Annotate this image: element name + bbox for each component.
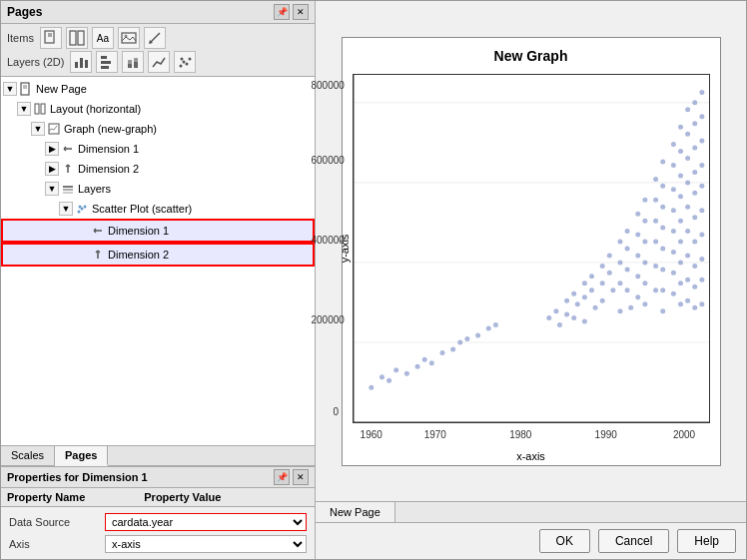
- svg-rect-24: [21, 83, 29, 95]
- svg-point-96: [617, 308, 622, 313]
- graph-container: New Graph y-axis 800000 600000 400000 20…: [342, 37, 721, 466]
- scatter-btn[interactable]: [174, 51, 196, 73]
- svg-point-170: [699, 256, 704, 261]
- svg-point-168: [699, 208, 704, 213]
- svg-rect-10: [80, 58, 83, 68]
- layers-label: Layers (2D): [7, 56, 64, 68]
- close-icon[interactable]: ✕: [293, 4, 309, 20]
- tab-scales[interactable]: Scales: [1, 446, 55, 465]
- svg-point-162: [692, 304, 697, 309]
- font-btn[interactable]: Aa: [92, 27, 114, 49]
- bar-chart-btn[interactable]: [70, 51, 92, 73]
- expand-new-page[interactable]: ▼: [3, 82, 17, 96]
- svg-point-120: [660, 183, 665, 188]
- svg-point-67: [450, 346, 455, 351]
- svg-point-155: [692, 145, 697, 150]
- line-chart-btn[interactable]: [148, 51, 170, 73]
- svg-point-112: [642, 301, 647, 306]
- svg-point-44: [84, 206, 87, 209]
- svg-point-143: [678, 301, 683, 306]
- tree-item-new-page[interactable]: ▼ New Page: [1, 79, 315, 99]
- tree-item-scatter[interactable]: ▼ Scatter Plot (scatter): [1, 199, 315, 219]
- svg-point-101: [628, 304, 633, 309]
- svg-point-128: [670, 162, 675, 167]
- pin-icon[interactable]: 📌: [274, 4, 290, 20]
- axis-select[interactable]: x-axis y-axis: [105, 535, 307, 553]
- svg-point-149: [685, 229, 690, 234]
- svg-point-111: [642, 280, 647, 285]
- tree-item-layout[interactable]: ▼ Layout (horizontal): [1, 99, 315, 119]
- data-source-label: Data Source: [9, 513, 99, 531]
- svg-point-131: [670, 229, 675, 234]
- svg-point-113: [653, 176, 658, 181]
- x-tick-1990: 1990: [595, 429, 617, 440]
- ok-button[interactable]: OK: [539, 529, 590, 553]
- tree-item-layers[interactable]: ▼ Layers: [1, 179, 315, 199]
- tree-item-dim1[interactable]: ▶ Dimension 1: [1, 139, 315, 159]
- svg-point-69: [464, 335, 469, 340]
- tree-panel: ▼ New Page ▼ Layout (horizontal) ▼: [1, 77, 315, 446]
- tab-pages[interactable]: Pages: [55, 446, 108, 466]
- svg-point-124: [660, 267, 665, 272]
- x-axis-label: x-axis: [516, 450, 545, 462]
- svg-point-99: [624, 267, 629, 272]
- expand-layers[interactable]: ▼: [45, 182, 59, 196]
- svg-point-107: [642, 197, 647, 202]
- svg-point-98: [624, 246, 629, 251]
- dialog-footer: OK Cancel Help: [316, 522, 746, 559]
- expand-layout[interactable]: ▼: [17, 102, 31, 116]
- svg-rect-40: [63, 189, 73, 191]
- expand-graph[interactable]: ▼: [31, 122, 45, 136]
- axis-value[interactable]: x-axis y-axis: [105, 535, 307, 553]
- svg-point-77: [564, 311, 569, 316]
- svg-point-88: [599, 280, 604, 285]
- svg-point-20: [183, 61, 186, 64]
- new-page-btn[interactable]: [40, 27, 62, 49]
- chart-area: 800000 600000 400000 200000 0: [353, 74, 710, 423]
- svg-point-161: [692, 283, 697, 288]
- props-pin-icon[interactable]: 📌: [274, 469, 290, 485]
- expand-scatter[interactable]: ▼: [59, 202, 73, 216]
- draw-btn[interactable]: [144, 27, 166, 49]
- svg-point-172: [699, 301, 704, 306]
- expand-dim2[interactable]: ▶: [45, 162, 59, 176]
- y-tick-800000: 800000: [312, 80, 345, 91]
- svg-point-21: [186, 63, 189, 66]
- svg-rect-18: [134, 58, 138, 62]
- panel-title: Pages: [7, 5, 42, 19]
- svg-point-142: [678, 280, 683, 285]
- svg-point-75: [556, 322, 561, 327]
- dim-icon: [61, 142, 75, 156]
- new-page-tab[interactable]: New Page: [316, 502, 395, 522]
- svg-point-104: [635, 253, 640, 258]
- cancel-button[interactable]: Cancel: [598, 529, 669, 553]
- svg-point-145: [685, 131, 690, 136]
- svg-point-150: [685, 253, 690, 258]
- svg-point-60: [386, 377, 391, 382]
- tree-item-dim2[interactable]: ▶ Dimension 2: [1, 159, 315, 179]
- tree-item-graph[interactable]: ▼ Graph (new-graph): [1, 119, 315, 139]
- svg-point-95: [617, 280, 622, 285]
- svg-rect-0: [45, 31, 54, 43]
- svg-point-156: [692, 169, 697, 174]
- tree-item-label: Graph (new-graph): [64, 120, 157, 138]
- svg-point-92: [610, 287, 615, 292]
- help-button[interactable]: Help: [677, 529, 736, 553]
- svg-point-118: [653, 287, 658, 292]
- svg-point-87: [599, 263, 604, 268]
- expand-dim1[interactable]: ▶: [45, 142, 59, 156]
- tree-item-scatter-dim1[interactable]: Dimension 1: [1, 219, 315, 243]
- tree-item-scatter-dim2[interactable]: Dimension 2: [1, 243, 315, 267]
- svg-point-154: [692, 121, 697, 126]
- props-close-icon[interactable]: ✕: [293, 469, 309, 485]
- svg-point-163: [699, 89, 704, 94]
- image-btn[interactable]: [118, 27, 140, 49]
- svg-point-126: [660, 308, 665, 313]
- svg-rect-39: [63, 186, 73, 188]
- svg-point-93: [617, 239, 622, 244]
- layout-btn[interactable]: [66, 27, 88, 49]
- stacked-btn[interactable]: [122, 51, 144, 73]
- horiz-bar-btn[interactable]: [96, 51, 118, 73]
- data-source-select[interactable]: cardata.year cardata.speed cardata.mpg: [105, 513, 307, 531]
- data-source-value[interactable]: cardata.year cardata.speed cardata.mpg: [105, 513, 307, 531]
